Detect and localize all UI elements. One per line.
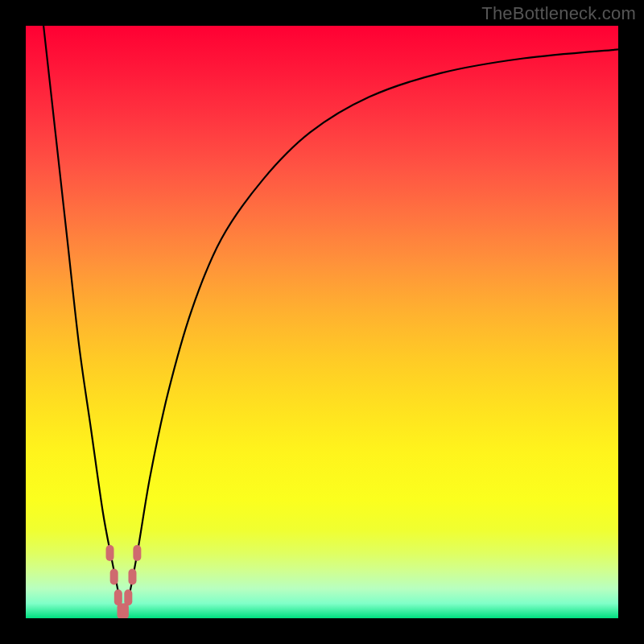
plot-area <box>26 26 618 618</box>
curve-layer <box>26 26 618 618</box>
marker-point <box>133 545 141 561</box>
chart-frame: TheBottleneck.com <box>0 0 644 644</box>
marker-point <box>128 568 136 584</box>
marker-point <box>106 545 114 561</box>
marker-point <box>110 568 118 584</box>
watermark-text: TheBottleneck.com <box>481 3 636 24</box>
right-branch-curve <box>123 49 618 618</box>
marker-cluster <box>106 545 142 618</box>
marker-point <box>124 589 132 605</box>
left-branch-curve <box>43 26 123 618</box>
